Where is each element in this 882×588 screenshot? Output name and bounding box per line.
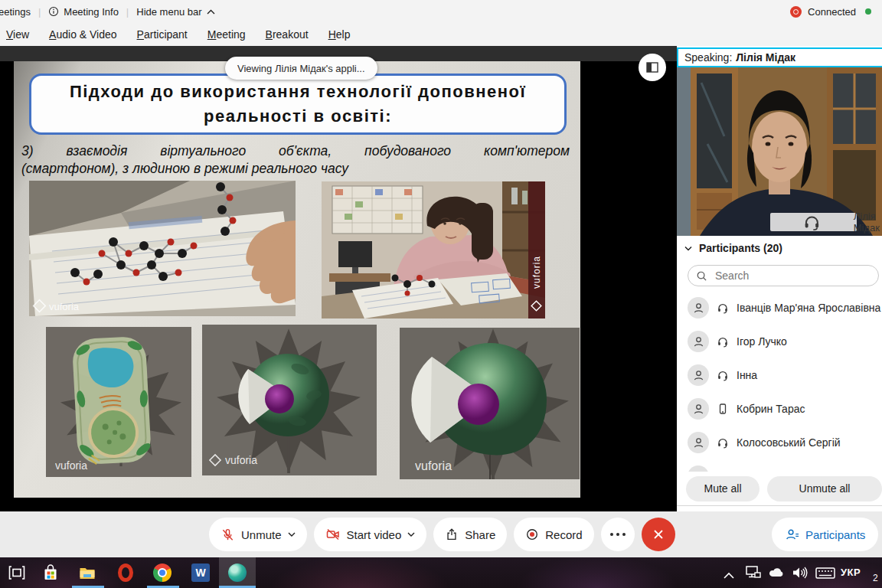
participant-list: Іванців Мар'яна Ярославівна Ігор Лучко І… [677,291,882,493]
svg-text:vuforia: vuforia [49,301,80,312]
microsoft-store-icon[interactable] [41,564,60,582]
start-video-button[interactable]: Start video [314,518,427,551]
presentation-slide: Підходи до використання технології допов… [14,61,580,498]
svg-text:vuforia: vuforia [55,459,87,472]
divider: | [126,6,129,18]
onedrive-icon[interactable] [767,564,786,582]
chevron-down-icon [407,532,415,537]
participant-name: Кобрин Тарас [737,403,805,415]
slide-body-text: 3) взаємодія віртуального об'єкта, побуд… [21,142,570,178]
search-icon [696,270,707,282]
video-name-tag: Лілія Мідак [770,213,857,231]
headset-icon [775,213,849,231]
menu-meeting[interactable]: Meeting [207,28,246,41]
svg-text:vuforia: vuforia [415,459,452,472]
person-icon [692,369,705,382]
network-icon[interactable] [744,564,763,582]
chevron-down-icon [288,532,296,537]
participant-row[interactable]: Ігор Лучко [677,325,882,358]
hide-menu-bar-button[interactable]: Hide menu bar [136,6,214,18]
avatar [688,331,709,352]
participant-row[interactable]: Іванців Мар'яна Ярославівна [677,291,882,325]
participants-icon [785,528,799,542]
language-indicator[interactable]: УКР [841,567,861,578]
camera-muted-icon [325,528,341,541]
headset-icon [717,302,729,314]
svg-text:vuforia: vuforia [531,256,542,289]
menu-participant[interactable]: Participant [137,28,188,41]
divider: | [38,6,41,18]
participants-section-header[interactable]: Participants (20) [677,236,882,260]
word-icon[interactable] [191,564,210,582]
headset-icon [717,369,729,381]
mic-muted-icon [220,528,235,542]
file-explorer-icon[interactable] [78,564,96,582]
menu-bar: View Audio & Video Participant Meeting B… [0,23,882,46]
slide-title-line1: Підходи до використання технології допов… [70,80,526,104]
headset-icon [717,335,729,348]
keyboard-icon[interactable] [815,564,836,582]
slide-photo-hand-molecule: vuforia [29,181,296,316]
task-view-icon[interactable] [8,564,26,582]
phone-icon [717,403,729,415]
tray-chevron-up-icon[interactable] [723,567,735,585]
mute-all-button[interactable]: Mute all [686,476,760,501]
info-icon [48,6,59,17]
participant-name: Інна [737,369,757,381]
chrome-icon[interactable] [153,564,172,582]
webex-icon [228,564,247,582]
divider [677,505,882,506]
menu-help[interactable]: Help [328,28,351,41]
participants-footer: Mute all Unmute all [677,472,882,505]
search-input[interactable] [714,269,854,283]
shared-screen-area: Підходи до використання технології допов… [0,46,677,511]
headset-icon [717,436,729,449]
unmute-button[interactable]: Unmute [209,518,307,551]
chevron-up-icon [207,9,215,15]
participant-row[interactable]: Колосовський Сергій [677,426,882,459]
menu-breakout[interactable]: Breakout [266,28,309,41]
speaker-video-tile[interactable]: Лілія Мідак [677,67,882,236]
window-title-partial: eetings [0,6,31,18]
participants-panel-button[interactable]: Participants [772,518,878,551]
layout-panel-toggle-button[interactable] [639,54,666,81]
opera-icon[interactable] [116,564,135,582]
avatar [688,364,709,386]
speaking-banner: Speaking: Лілія Мідак [677,47,882,67]
record-indicator-icon [790,6,802,18]
person-icon [692,403,705,416]
title-bar: eetings | Meeting Info | Hide menu bar C… [0,0,882,23]
participant-name: Ігор Лучко [737,335,787,348]
panel-layout-icon [646,62,658,73]
viewing-banner: Viewing Лілія Мідак's appli... [225,57,377,80]
more-options-button[interactable] [601,518,635,551]
chevron-down-icon [684,246,692,251]
slide-image-cell-sphere-small: vuforia [202,325,377,475]
clock-partial[interactable]: 2 [873,573,878,583]
volume-icon[interactable] [790,564,808,582]
person-icon [692,335,705,348]
slide-image-plant-cell: vuforia [46,327,191,477]
participant-row[interactable]: Кобрин Тарас [677,392,882,426]
windows-taskbar: УКР 2 [0,557,882,588]
participant-row[interactable]: Інна [677,358,882,392]
record-icon [525,528,539,541]
app-window: eetings | Meeting Info | Hide menu bar C… [0,0,882,588]
share-icon [445,528,459,541]
avatar [688,297,709,318]
menu-audio-video[interactable]: Audio & Video [49,28,116,41]
webex-taskbar-tile[interactable] [219,557,256,588]
vuforia-watermark: vuforia [55,459,87,472]
share-button[interactable]: Share [433,518,507,551]
slide-image-cell-sphere-large: vuforia [400,328,580,479]
record-button[interactable]: Record [514,518,593,551]
unmute-all-button[interactable]: Unmute all [767,476,882,501]
more-icon [610,533,626,536]
leave-meeting-button[interactable] [642,518,675,551]
participant-name: Іванців Мар'яна Ярославівна [737,302,880,314]
slide-photo-student-desk: vuforia [322,181,545,318]
meeting-info-button[interactable]: Meeting Info [48,6,119,18]
menu-view[interactable]: View [6,28,29,41]
side-panel: Speaking: Лілія Мідак [677,46,882,511]
person-icon [692,302,705,315]
